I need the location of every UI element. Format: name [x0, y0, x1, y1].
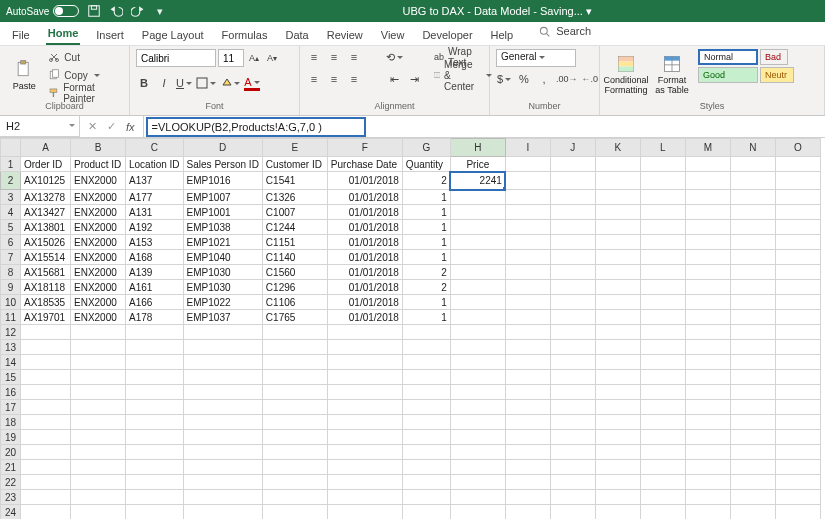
cell-I20[interactable] [505, 445, 550, 460]
cell-I4[interactable] [505, 205, 550, 220]
cell-F22[interactable] [327, 475, 402, 490]
qat-customize-icon[interactable]: ▾ [153, 4, 167, 18]
cell-L17[interactable] [640, 400, 685, 415]
comma-format-icon[interactable]: , [536, 71, 552, 87]
cell-O12[interactable] [775, 325, 820, 340]
cell-F19[interactable] [327, 430, 402, 445]
cell-H17[interactable] [450, 400, 505, 415]
cell-N17[interactable] [730, 400, 775, 415]
cell-M24[interactable] [685, 505, 730, 520]
cell-E18[interactable] [262, 415, 327, 430]
cell-N5[interactable] [730, 220, 775, 235]
cell-H10[interactable] [450, 295, 505, 310]
cell-C3[interactable]: A177 [126, 190, 184, 205]
cell-J20[interactable] [550, 445, 595, 460]
cell-I22[interactable] [505, 475, 550, 490]
cell-A2[interactable]: AX10125 [21, 172, 71, 190]
cell-I1[interactable] [505, 157, 550, 172]
cell-N22[interactable] [730, 475, 775, 490]
cell-K7[interactable] [595, 250, 640, 265]
cell-H13[interactable] [450, 340, 505, 355]
cell-K5[interactable] [595, 220, 640, 235]
cell-F4[interactable]: 01/01/2018 [327, 205, 402, 220]
cell-C6[interactable]: A153 [126, 235, 184, 250]
cell-L7[interactable] [640, 250, 685, 265]
cell-J22[interactable] [550, 475, 595, 490]
cell-J2[interactable] [550, 172, 595, 190]
cell-G1[interactable]: Quantity [402, 157, 450, 172]
cell-C4[interactable]: A131 [126, 205, 184, 220]
cell-H24[interactable] [450, 505, 505, 520]
cell-O7[interactable] [775, 250, 820, 265]
cell-A9[interactable]: AX18118 [21, 280, 71, 295]
align-left-icon[interactable]: ≡ [306, 71, 322, 87]
cell-K16[interactable] [595, 385, 640, 400]
cell-A21[interactable] [21, 460, 71, 475]
cell-L14[interactable] [640, 355, 685, 370]
cell-J12[interactable] [550, 325, 595, 340]
row-header-13[interactable]: 13 [1, 340, 21, 355]
cell-O16[interactable] [775, 385, 820, 400]
cell-H12[interactable] [450, 325, 505, 340]
row-header-4[interactable]: 4 [1, 205, 21, 220]
cell-L2[interactable] [640, 172, 685, 190]
cell-K17[interactable] [595, 400, 640, 415]
cell-E4[interactable]: C1007 [262, 205, 327, 220]
name-box[interactable]: H2 [0, 116, 80, 137]
col-header-F[interactable]: F [327, 139, 402, 157]
cell-F2[interactable]: 01/01/2018 [327, 172, 402, 190]
cell-A23[interactable] [21, 490, 71, 505]
cell-A6[interactable]: AX15026 [21, 235, 71, 250]
col-header-M[interactable]: M [685, 139, 730, 157]
cell-M23[interactable] [685, 490, 730, 505]
cell-B2[interactable]: ENX2000 [71, 172, 126, 190]
cell-K20[interactable] [595, 445, 640, 460]
col-header-N[interactable]: N [730, 139, 775, 157]
italic-button[interactable]: I [156, 75, 172, 91]
cell-G8[interactable]: 2 [402, 265, 450, 280]
increase-decimal-icon[interactable]: .00→ [556, 71, 578, 87]
cell-A16[interactable] [21, 385, 71, 400]
cell-O8[interactable] [775, 265, 820, 280]
cell-K8[interactable] [595, 265, 640, 280]
cell-A24[interactable] [21, 505, 71, 520]
cell-C14[interactable] [126, 355, 184, 370]
col-header-K[interactable]: K [595, 139, 640, 157]
cell-F5[interactable]: 01/01/2018 [327, 220, 402, 235]
cell-I2[interactable] [505, 172, 550, 190]
cell-H4[interactable] [450, 205, 505, 220]
cell-D3[interactable]: EMP1007 [183, 190, 262, 205]
row-header-16[interactable]: 16 [1, 385, 21, 400]
col-header-G[interactable]: G [402, 139, 450, 157]
cell-J23[interactable] [550, 490, 595, 505]
shrink-font-icon[interactable]: A▾ [264, 50, 280, 66]
cell-K23[interactable] [595, 490, 640, 505]
cell-N7[interactable] [730, 250, 775, 265]
cell-G14[interactable] [402, 355, 450, 370]
redo-icon[interactable] [131, 4, 145, 18]
cell-C20[interactable] [126, 445, 184, 460]
cell-N9[interactable] [730, 280, 775, 295]
cell-N4[interactable] [730, 205, 775, 220]
cell-K18[interactable] [595, 415, 640, 430]
cell-M1[interactable] [685, 157, 730, 172]
tab-insert[interactable]: Insert [94, 26, 126, 45]
cell-O17[interactable] [775, 400, 820, 415]
cell-M3[interactable] [685, 190, 730, 205]
format-as-table-button[interactable]: Format as Table [652, 49, 692, 101]
cell-O11[interactable] [775, 310, 820, 325]
cell-I5[interactable] [505, 220, 550, 235]
cell-B24[interactable] [71, 505, 126, 520]
tab-data[interactable]: Data [283, 26, 310, 45]
row-header-17[interactable]: 17 [1, 400, 21, 415]
cell-F12[interactable] [327, 325, 402, 340]
cell-D2[interactable]: EMP1016 [183, 172, 262, 190]
cell-F11[interactable]: 01/01/2018 [327, 310, 402, 325]
cell-F23[interactable] [327, 490, 402, 505]
cell-F17[interactable] [327, 400, 402, 415]
cell-D22[interactable] [183, 475, 262, 490]
cell-O19[interactable] [775, 430, 820, 445]
cell-N1[interactable] [730, 157, 775, 172]
cell-E23[interactable] [262, 490, 327, 505]
cell-E9[interactable]: C1296 [262, 280, 327, 295]
